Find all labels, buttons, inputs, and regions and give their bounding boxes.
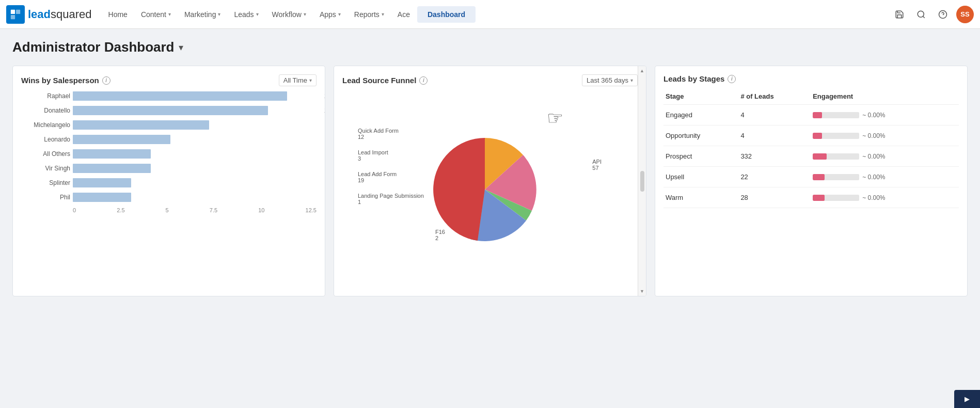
- funnel-chart-area: Quick Add Form 12 Lead Import 3 Lead Add…: [342, 91, 638, 288]
- stage-name: Upsell: [663, 167, 738, 187]
- bar-track: 10: [73, 106, 317, 115]
- nav-reports[interactable]: Reports ▾: [348, 7, 390, 22]
- stage-engagement: ~ 0.00%: [811, 125, 959, 146]
- bar-label: Raphael: [21, 92, 70, 100]
- bar-row: Leonardo5: [73, 135, 317, 144]
- col-stage: Stage: [663, 88, 738, 105]
- nav-apps[interactable]: Apps ▾: [313, 7, 347, 22]
- help-icon-button[interactable]: [935, 6, 951, 23]
- stages-info-icon[interactable]: i: [728, 75, 736, 83]
- engagement-bar-track: [813, 153, 859, 160]
- bar-fill: [73, 91, 287, 101]
- scroll-thumb[interactable]: [640, 171, 644, 192]
- stage-engagement: ~ 0.00%: [811, 105, 959, 125]
- wins-card: Wins by Salesperson i All Time ▾ Raphael…: [12, 66, 325, 296]
- wins-info-icon[interactable]: i: [102, 76, 110, 85]
- bar-track: 4: [73, 164, 317, 173]
- nav-leads[interactable]: Leads ▾: [228, 7, 264, 22]
- nav-right: SS: [891, 6, 974, 23]
- bar-value: 11: [324, 91, 325, 101]
- bar-row: Michelangelo7: [73, 120, 317, 130]
- nav-ace[interactable]: Ace: [391, 7, 416, 22]
- funnel-title-row: Lead Source Funnel i: [342, 76, 428, 85]
- engagement-bar-track: [813, 112, 859, 118]
- page-title-dropdown[interactable]: ▾: [179, 42, 183, 53]
- engagement-pct: ~ 0.00%: [862, 194, 885, 201]
- table-row: Opportunity4~ 0.00%: [663, 125, 959, 146]
- bar-track: 3: [73, 193, 317, 202]
- svg-rect-1: [16, 9, 20, 13]
- engagement-bar-fill: [813, 195, 825, 201]
- pie-label-lead-add: Lead Add Form 19: [358, 171, 424, 183]
- dashboard-grid: Wins by Salesperson i All Time ▾ Raphael…: [12, 66, 968, 296]
- bar-track: 5: [73, 135, 317, 144]
- scroll-bar[interactable]: ▲ ▼: [638, 66, 646, 296]
- bar-label: Phil: [21, 194, 70, 201]
- logo[interactable]: leadsquared: [6, 5, 92, 24]
- save-icon-button[interactable]: [891, 6, 908, 23]
- funnel-info-icon[interactable]: i: [419, 76, 428, 85]
- engagement-pct: ~ 0.00%: [862, 174, 885, 181]
- bar-label: Leonardo: [21, 136, 70, 143]
- bar-label: Splinter: [21, 179, 70, 186]
- pie-label-lead-import: Lead Import 3: [358, 149, 424, 162]
- bar-label: Vir Singh: [21, 165, 70, 172]
- funnel-card-title: Lead Source Funnel: [342, 76, 416, 85]
- pie-label-landing: Landing Page Submission 1: [358, 193, 424, 205]
- funnel-filter-dropdown[interactable]: Last 365 days ▾: [582, 74, 638, 86]
- bar-fill: [73, 149, 151, 159]
- bar-track: 7: [73, 120, 317, 130]
- navbar: leadsquared Home Content ▾ Marketing ▾ L…: [0, 0, 980, 29]
- user-avatar[interactable]: SS: [956, 6, 974, 23]
- stage-leads: 28: [738, 187, 811, 208]
- bar-fill: [73, 178, 131, 187]
- pie-label-f16: F16 2: [435, 229, 445, 241]
- engagement-bar-fill: [813, 112, 822, 118]
- scroll-up-arrow[interactable]: ▲: [640, 68, 644, 73]
- stage-name: Warm: [663, 187, 738, 208]
- stages-table-header: Stage # of Leads Engagement: [663, 88, 959, 105]
- wins-filter-dropdown[interactable]: All Time ▾: [279, 74, 317, 86]
- stage-engagement: ~ 0.00%: [811, 167, 959, 187]
- svg-point-3: [918, 11, 924, 17]
- pie-chart-svg: [433, 138, 536, 241]
- wins-card-header: Wins by Salesperson i All Time ▾: [21, 74, 317, 86]
- bar-row: Raphael11: [73, 91, 317, 101]
- bar-row: Donatello10: [73, 106, 317, 115]
- bar-label: Michelangelo: [21, 121, 70, 129]
- stages-table: Stage # of Leads Engagement Engaged4~ 0.…: [663, 88, 959, 208]
- bar-label: All Others: [21, 150, 70, 158]
- nav-dashboard[interactable]: Dashboard: [417, 6, 476, 23]
- col-engagement: Engagement: [811, 88, 959, 105]
- x-axis: 02.557.51012.5: [73, 207, 317, 213]
- nav-content[interactable]: Content ▾: [135, 7, 177, 22]
- scroll-down-arrow[interactable]: ▼: [640, 289, 644, 294]
- funnel-card-header: Lead Source Funnel i Last 365 days ▾: [342, 74, 638, 86]
- nav-marketing[interactable]: Marketing ▾: [178, 7, 227, 22]
- bar-chart: Raphael11Donatello10Michelangelo7Leonard…: [21, 91, 317, 229]
- stage-leads: 22: [738, 167, 811, 187]
- engagement-pct: ~ 0.00%: [862, 112, 885, 119]
- stage-name: Prospect: [663, 146, 738, 167]
- stages-table-body: Engaged4~ 0.00%Opportunity4~ 0.00%Prospe…: [663, 105, 959, 208]
- stage-engagement: ~ 0.00%: [811, 187, 959, 208]
- table-row: Upsell22~ 0.00%: [663, 167, 959, 187]
- bar-fill: [73, 164, 151, 173]
- pie-label-quick-add: Quick Add Form 12: [358, 128, 424, 140]
- wins-title-row: Wins by Salesperson i: [21, 76, 110, 85]
- bar-track: 4: [73, 149, 317, 159]
- bar-fill: [73, 193, 131, 202]
- stage-name: Engaged: [663, 105, 738, 125]
- stage-name: Opportunity: [663, 125, 738, 146]
- col-leads: # of Leads: [738, 88, 811, 105]
- wins-card-title: Wins by Salesperson: [21, 76, 99, 85]
- search-icon-button[interactable]: [913, 6, 929, 23]
- engagement-bar-track: [813, 133, 859, 139]
- bar-fill: [73, 120, 209, 130]
- stages-card-title: Leads by Stages: [663, 74, 724, 83]
- engagement-bar-fill: [813, 133, 822, 139]
- stage-leads: 4: [738, 105, 811, 125]
- nav-workflow[interactable]: Workflow ▾: [266, 7, 312, 22]
- engagement-bar-fill: [813, 174, 825, 180]
- nav-home[interactable]: Home: [102, 7, 134, 22]
